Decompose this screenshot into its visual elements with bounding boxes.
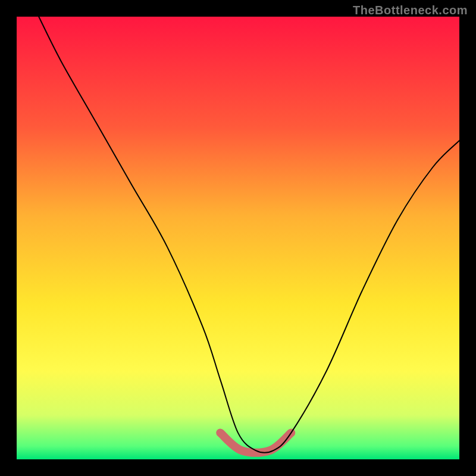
plot-background	[17, 17, 459, 459]
chart-canvas	[0, 0, 476, 476]
watermark: TheBottleneck.com	[353, 4, 468, 17]
chart-viewport: TheBottleneck.com	[0, 0, 476, 476]
